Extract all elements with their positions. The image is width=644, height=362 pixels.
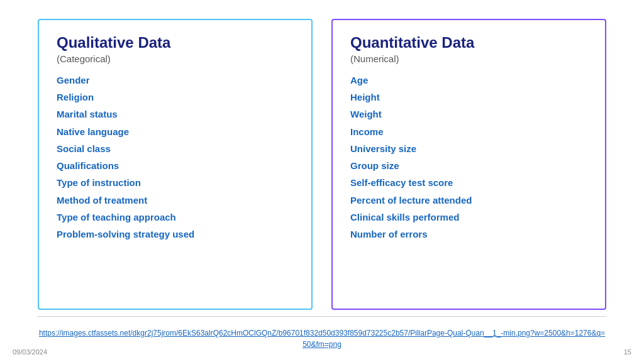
list-item: Marital status xyxy=(57,107,294,121)
list-item: Income xyxy=(350,124,587,139)
list-item: Religion xyxy=(57,90,294,104)
list-item: Percent of lecture attended xyxy=(350,193,587,207)
list-item: Native language xyxy=(57,124,294,139)
cards-row: Qualitative Data (Categorical) GenderRel… xyxy=(38,19,606,310)
footer-page: 15 xyxy=(624,348,631,356)
list-item: Group size xyxy=(350,158,587,173)
list-item: Number of errors xyxy=(350,227,587,241)
url-section: https://images.ctfassets.net/dkgr2j75jro… xyxy=(38,327,606,349)
list-item: Qualifications xyxy=(57,158,294,173)
footer: 09/03/2024 15 xyxy=(0,348,644,356)
list-item: Self-efficacy test score xyxy=(350,175,587,190)
quantitative-items: AgeHeightWeightIncomeUniversity sizeGrou… xyxy=(350,73,587,242)
list-item: Social class xyxy=(57,141,294,156)
list-item: Gender xyxy=(57,73,294,87)
qualitative-items: GenderReligionMarital statusNative langu… xyxy=(57,73,294,242)
divider xyxy=(38,316,606,317)
source-url[interactable]: https://images.ctfassets.net/dkgr2j75jro… xyxy=(39,329,605,349)
slide-container: Qualitative Data (Categorical) GenderRel… xyxy=(0,0,644,362)
footer-date: 09/03/2024 xyxy=(13,348,47,356)
list-item: Clinical skills performed xyxy=(350,210,587,224)
quantitative-subtitle: (Numerical) xyxy=(350,53,587,64)
list-item: Problem-solving strategy used xyxy=(57,227,294,241)
list-item: Type of instruction xyxy=(57,175,294,190)
list-item: Age xyxy=(350,73,587,87)
list-item: University size xyxy=(350,141,587,156)
qualitative-subtitle: (Categorical) xyxy=(57,53,294,64)
list-item: Weight xyxy=(350,107,587,121)
quantitative-title: Quantitative Data xyxy=(350,34,587,52)
qualitative-title: Qualitative Data xyxy=(57,34,294,52)
list-item: Method of treatment xyxy=(57,193,294,207)
quantitative-card: Quantitative Data (Numerical) AgeHeightW… xyxy=(331,19,606,310)
list-item: Height xyxy=(350,90,587,104)
qualitative-card: Qualitative Data (Categorical) GenderRel… xyxy=(38,19,313,310)
list-item: Type of teaching approach xyxy=(57,210,294,224)
